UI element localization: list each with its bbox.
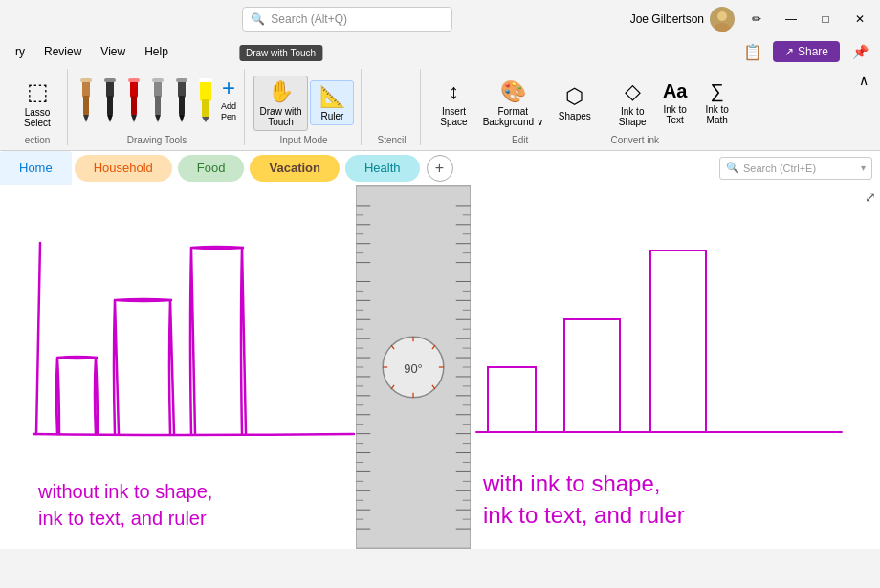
add-pen-button[interactable]: + AddPen <box>219 73 238 124</box>
pen-tool-highlighter[interactable] <box>195 76 216 124</box>
ruler-button[interactable]: 📐 Ruler <box>310 80 354 125</box>
ribbon-group-stencil: Stencil <box>363 69 421 145</box>
menu-item-help[interactable]: Help <box>137 43 176 60</box>
ink-to-math-button[interactable]: ∑ Ink toMath <box>698 77 737 128</box>
share-label: Share <box>798 45 828 58</box>
ribbon-pin-button[interactable]: 📌 <box>847 39 872 64</box>
add-tab-button[interactable]: + <box>427 155 453 182</box>
share-icon: ↗ <box>784 45 794 58</box>
tab-household[interactable]: Household <box>75 155 172 182</box>
lasso-label: LassoSelect <box>24 107 51 128</box>
tab-household-label: Household <box>94 161 153 175</box>
ink-text-label: Ink toText <box>663 104 686 125</box>
svg-rect-24 <box>202 99 209 117</box>
tab-home[interactable]: Home <box>0 151 72 185</box>
ruler-label: Ruler <box>321 111 344 121</box>
pen-tools: + AddPen <box>76 69 238 124</box>
svg-rect-20 <box>179 96 185 115</box>
stencil-label: Stencil <box>378 135 407 145</box>
right-annotation-line2: ink to text, and ruler <box>483 499 685 532</box>
ribbon-buttons-edit: ↕ InsertSpace 🎨 FormatBackground ∨ ⬡ Sha… <box>434 69 736 133</box>
draw-touch-tooltip: Draw with Touch <box>239 45 322 61</box>
right-annotation: with ink to shape, ink to text, and rule… <box>483 468 685 532</box>
insert-space-button[interactable]: ↕ InsertSpace <box>434 76 473 130</box>
insert-space-label: InsertSpace <box>440 106 467 127</box>
menu-item-review[interactable]: Review <box>36 43 89 60</box>
input-mode-label: Input Mode <box>279 135 327 145</box>
ink-to-text-button[interactable]: Aa Ink toText <box>656 77 694 128</box>
selection-group-label: ection <box>25 135 51 145</box>
ruler[interactable]: 90° <box>356 185 471 549</box>
svg-rect-26 <box>199 78 212 82</box>
ink-to-shape-button[interactable]: ◇ Ink toShape <box>613 76 652 130</box>
svg-rect-11 <box>130 80 138 98</box>
svg-rect-7 <box>106 80 114 98</box>
svg-rect-16 <box>155 96 161 115</box>
pen-tool-2[interactable] <box>99 76 121 124</box>
tab-vacation[interactable]: Vacation <box>250 155 339 182</box>
maximize-button[interactable]: □ <box>813 7 838 32</box>
svg-rect-22 <box>176 78 187 82</box>
avatar <box>710 7 735 32</box>
svg-rect-19 <box>178 80 186 98</box>
ink-text-icon: Aa <box>663 80 688 102</box>
tabs-bar: Home Household Food Vacation Health + 🔍 … <box>0 151 880 185</box>
format-background-button[interactable]: 🎨 FormatBackground ∨ <box>477 76 549 130</box>
search-icon: 🔍 <box>251 12 265 26</box>
format-bg-icon: 🎨 <box>500 79 526 104</box>
edit-label: Edit Convert ink <box>512 135 659 145</box>
svg-rect-10 <box>104 78 116 82</box>
ribbon-group-input-mode: ✋ Draw withTouch Draw with Touch 📐 Ruler… <box>247 69 362 145</box>
svg-rect-29 <box>564 319 620 432</box>
drawing-tools-label: Drawing Tools <box>127 135 187 145</box>
share-button[interactable]: ↗ Share <box>773 41 840 62</box>
menu-item-ry[interactable]: ry <box>8 43 33 60</box>
insert-space-icon: ↕ <box>449 79 459 104</box>
left-annotation-line2: ink to text, and ruler <box>38 505 212 532</box>
notes-button[interactable]: 📋 <box>740 39 765 64</box>
svg-rect-18 <box>152 78 164 82</box>
left-annotation: without ink to shape, ink to text, and r… <box>38 478 212 532</box>
lasso-select-button[interactable]: ⬚ LassoSelect <box>13 75 61 132</box>
left-annotation-line1: without ink to shape, <box>38 478 212 505</box>
close-button[interactable]: ✕ <box>847 7 872 32</box>
svg-rect-28 <box>488 367 536 432</box>
pen-tool-3[interactable] <box>123 76 144 124</box>
right-annotation-line1: with ink to shape, <box>483 468 685 500</box>
user-info: Joe Gilbertson <box>630 7 735 32</box>
svg-rect-6 <box>80 78 92 82</box>
tab-search-box[interactable]: 🔍 Search (Ctrl+E) ▾ <box>719 157 872 180</box>
ruler-svg: 90° <box>356 186 471 548</box>
title-bar-right: Joe Gilbertson ✏ — □ ✕ <box>630 7 872 32</box>
pen-tool-5[interactable] <box>171 76 192 124</box>
menu-item-view[interactable]: View <box>93 43 133 60</box>
shapes-icon: ⬡ <box>565 84 583 109</box>
tab-search-dropdown[interactable]: ▾ <box>861 163 866 173</box>
pen-tool-1[interactable] <box>76 76 97 124</box>
svg-rect-3 <box>82 80 90 98</box>
format-bg-label: FormatBackground ∨ <box>483 106 543 127</box>
tab-food[interactable]: Food <box>178 155 245 182</box>
draw-with-touch-button[interactable]: ✋ Draw withTouch <box>253 76 309 131</box>
svg-text:90°: 90° <box>404 361 423 376</box>
svg-rect-8 <box>107 96 113 115</box>
svg-marker-13 <box>131 115 137 122</box>
tab-vacation-label: Vacation <box>269 161 319 175</box>
svg-marker-9 <box>107 115 113 122</box>
title-search-box[interactable]: 🔍 Search (Alt+Q) <box>242 7 452 32</box>
pen-button[interactable]: ✏ <box>744 7 769 32</box>
svg-marker-21 <box>179 115 185 122</box>
shapes-label: Shapes <box>559 111 591 121</box>
minimize-button[interactable]: — <box>779 7 803 32</box>
lasso-icon: ⬚ <box>27 78 49 105</box>
shapes-button[interactable]: ⬡ Shapes <box>553 81 597 124</box>
expand-button[interactable]: ⤢ <box>865 189 876 205</box>
ribbon-group-drawing-tools: + AddPen Drawing Tools <box>70 69 245 145</box>
tab-home-label: Home <box>19 161 53 175</box>
svg-marker-25 <box>202 117 209 122</box>
pen-tool-4[interactable] <box>147 76 168 124</box>
collapse-ribbon-button[interactable]: ∧ <box>855 69 872 92</box>
tab-health[interactable]: Health <box>345 155 420 182</box>
ruler-icon: 📐 <box>319 84 345 109</box>
menu-bar: ry Review View Help 📋 ↗ Share 📌 <box>0 38 880 65</box>
